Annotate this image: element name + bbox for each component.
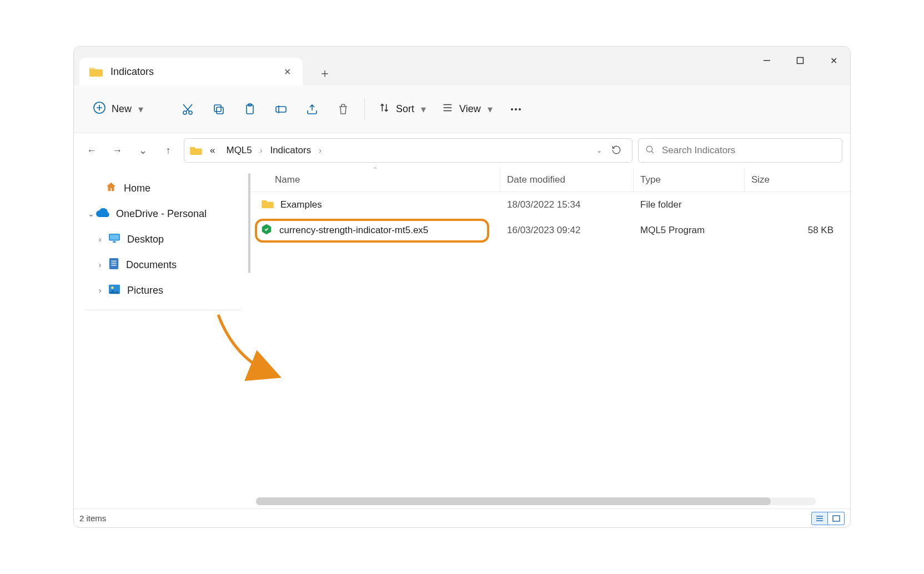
desktop-icon: [108, 233, 120, 246]
horizontal-scrollbar[interactable]: [256, 497, 816, 505]
home-icon: [105, 181, 117, 196]
sort-icon: [378, 102, 390, 117]
scrollbar-thumb[interactable]: [256, 497, 771, 505]
explorer-window: Indicators ✕ ＋ ✕ New ▾: [73, 46, 851, 528]
chevron-right-icon[interactable]: ›: [95, 235, 105, 244]
status-item-count: 2 items: [79, 513, 106, 523]
documents-icon: [108, 258, 119, 273]
recent-locations-button[interactable]: ⌄: [133, 140, 153, 160]
view-mode-toggle: [811, 512, 845, 525]
new-button-label: New: [112, 103, 132, 115]
view-label: View: [459, 103, 481, 115]
forward-button[interactable]: →: [107, 140, 127, 160]
more-button[interactable]: [503, 96, 529, 123]
breadcrumb-prefix: «: [207, 143, 218, 158]
sidebar-label: Desktop: [127, 234, 164, 245]
address-bar[interactable]: « MQL5 › Indicators › ⌄: [184, 138, 632, 163]
breadcrumb-item[interactable]: Indicators: [267, 143, 314, 158]
chevron-right-icon: ›: [260, 146, 263, 155]
sort-label: Sort: [396, 103, 414, 115]
chevron-down-icon: ▾: [138, 103, 143, 115]
new-tab-button[interactable]: ＋: [313, 61, 337, 85]
cut-button[interactable]: [174, 96, 201, 123]
refresh-button[interactable]: [606, 145, 626, 157]
sidebar-item-onedrive[interactable]: ⌄ OneDrive - Personal: [82, 201, 245, 226]
folder-icon: [262, 199, 274, 212]
sidebar-label: Pictures: [127, 285, 163, 296]
svg-rect-21: [110, 234, 119, 239]
svg-point-18: [646, 146, 652, 152]
file-list-pane: ⌃ Name Date modified Type Size Examples …: [250, 168, 850, 508]
search-box[interactable]: [638, 138, 842, 163]
view-button[interactable]: View ▾: [436, 98, 498, 120]
folder-icon: [190, 145, 202, 155]
sidebar-label: OneDrive - Personal: [116, 208, 207, 220]
onedrive-icon: [96, 208, 109, 220]
paste-button[interactable]: [237, 96, 263, 123]
svg-rect-11: [276, 107, 286, 112]
column-header-size[interactable]: Size: [745, 168, 850, 192]
file-name: Examples: [280, 199, 322, 210]
copy-button[interactable]: [205, 96, 232, 123]
column-label: Date modified: [507, 174, 565, 185]
column-label: Type: [640, 174, 661, 185]
sidebar-item-desktop[interactable]: › Desktop: [82, 226, 245, 252]
chevron-right-icon[interactable]: ›: [95, 286, 105, 295]
back-button[interactable]: ←: [82, 140, 102, 160]
breadcrumb-item[interactable]: MQL5: [223, 143, 255, 158]
delete-button[interactable]: [330, 96, 356, 123]
file-row[interactable]: currency-strength-indicator-mt5.ex5 16/0…: [250, 218, 850, 243]
mql5-program-icon: [260, 223, 273, 238]
share-button[interactable]: [299, 96, 325, 123]
chevron-right-icon: ›: [319, 146, 322, 155]
new-button[interactable]: New ▾: [85, 97, 151, 122]
view-icon: [441, 102, 454, 117]
svg-rect-33: [833, 516, 840, 521]
tab-active[interactable]: Indicators ✕: [79, 58, 303, 85]
main-area: Home ⌄ OneDrive - Personal › Desktop ›: [74, 168, 850, 508]
sort-indicator-icon: ⌃: [373, 168, 378, 173]
column-headers: ⌃ Name Date modified Type Size: [250, 168, 850, 192]
sidebar-label: Documents: [126, 259, 177, 271]
sidebar-item-documents[interactable]: › Documents: [82, 252, 245, 278]
column-header-date[interactable]: Date modified: [500, 168, 634, 192]
tab-close-button[interactable]: ✕: [279, 67, 295, 77]
chevron-right-icon[interactable]: ›: [95, 260, 105, 269]
address-dropdown-button[interactable]: ⌄: [596, 147, 602, 154]
up-button[interactable]: ↑: [158, 140, 178, 160]
svg-point-28: [111, 286, 114, 289]
column-header-name[interactable]: ⌃ Name: [250, 168, 500, 192]
chevron-down-icon: ▾: [421, 103, 426, 115]
sidebar-item-pictures[interactable]: › Pictures: [82, 278, 245, 303]
close-window-button[interactable]: ✕: [817, 47, 850, 74]
svg-point-15: [511, 108, 513, 110]
file-row[interactable]: Examples 18/03/2022 15:34 File folder: [250, 192, 850, 218]
file-name: currency-strength-indicator-mt5.ex5: [279, 225, 428, 236]
search-icon: [645, 145, 655, 157]
sidebar-item-home[interactable]: Home: [82, 175, 245, 201]
toolbar-separator: [364, 98, 365, 120]
nav-row: ← → ⌄ ↑ « MQL5 › Indicators › ⌄: [74, 133, 850, 168]
folder-icon: [89, 66, 111, 77]
svg-rect-7: [217, 107, 223, 114]
search-input[interactable]: [662, 145, 835, 156]
svg-point-17: [519, 108, 521, 110]
sort-button[interactable]: Sort ▾: [373, 98, 431, 120]
file-type: File folder: [634, 199, 745, 210]
toolbar: New ▾ Sort ▾: [74, 85, 850, 133]
rename-button[interactable]: [268, 96, 294, 123]
file-type: MQL5 Program: [634, 225, 745, 236]
column-label: Size: [751, 174, 770, 185]
status-bar: 2 items: [74, 508, 850, 527]
navigation-pane: Home ⌄ OneDrive - Personal › Desktop ›: [74, 168, 250, 508]
column-header-type[interactable]: Type: [634, 168, 745, 192]
details-view-button[interactable]: [811, 512, 828, 525]
thumbnails-view-button[interactable]: [828, 512, 845, 525]
chevron-down-icon[interactable]: ⌄: [86, 209, 96, 218]
column-label: Name: [275, 174, 300, 185]
minimize-button[interactable]: [750, 47, 784, 74]
maximize-button[interactable]: [784, 47, 817, 74]
pictures-icon: [108, 284, 120, 298]
svg-rect-8: [214, 105, 221, 112]
sidebar-separator: [85, 310, 242, 310]
